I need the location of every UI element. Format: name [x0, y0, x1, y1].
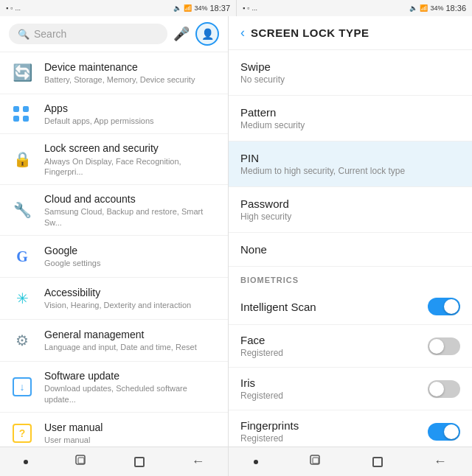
manual-text: User manual User manual	[44, 421, 219, 445]
svg-rect-0	[76, 455, 85, 464]
settings-item-cloud[interactable]: 🔧 Cloud and accounts Samsung Cloud, Back…	[0, 185, 228, 236]
left-time: 18:37	[209, 4, 230, 13]
iris-toggle[interactable]	[428, 380, 460, 398]
right-sim-icon: ▪	[243, 4, 245, 12]
lock-item-pattern[interactable]: Pattern Medium security	[229, 96, 472, 141]
intelligent-scan-knob	[444, 299, 459, 314]
settings-item-lock-screen[interactable]: 🔒 Lock screen and security Always On Dis…	[0, 134, 228, 185]
fingerprints-text: Fingerprints Registered	[240, 419, 428, 444]
mic-icon[interactable]: 🎤	[173, 26, 190, 42]
settings-item-google[interactable]: G Google Google settings	[0, 236, 228, 278]
right-nav-dot	[254, 460, 258, 464]
software-text: Software update Download updates, Schedu…	[44, 369, 219, 405]
apps-text: Apps Default apps, App permissions	[44, 102, 219, 126]
intelligent-scan-text: Intelligent Scan	[240, 301, 428, 313]
lock-list: Swipe No security Pattern Medium securit…	[229, 50, 472, 447]
right-nav-recent[interactable]	[309, 454, 322, 469]
left-nav-dot	[24, 460, 28, 464]
apps-subtitle: Default apps, App permissions	[44, 116, 219, 126]
right-wifi-icon: ▫	[247, 4, 249, 12]
general-text: General management Language and input, D…	[44, 328, 219, 352]
device-maintenance-subtitle: Battery, Storage, Memory, Device securit…	[44, 74, 219, 85]
avatar-person-icon: 👤	[201, 28, 214, 40]
lock-item-swipe[interactable]: Swipe No security	[229, 50, 472, 96]
search-container[interactable]: 🔍 Search	[9, 24, 167, 44]
apps-title: Apps	[44, 102, 219, 115]
google-icon: G	[9, 243, 35, 270]
more-icon: ...	[15, 4, 21, 12]
left-nav-back[interactable]: ←	[191, 454, 204, 469]
left-nav-home[interactable]	[134, 457, 145, 467]
face-toggle[interactable]	[428, 337, 460, 355]
settings-item-apps[interactable]: Apps Default apps, App permissions	[0, 94, 228, 134]
right-panel: ‹ SCREEN LOCK TYPE Swipe No security Pat…	[229, 16, 472, 476]
device-maintenance-text: Device maintenance Battery, Storage, Mem…	[44, 60, 219, 85]
accessibility-title: Accessibility	[44, 286, 219, 299]
biometric-item-intelligent-scan[interactable]: Intelligent Scan	[229, 289, 472, 325]
biometric-item-fingerprints[interactable]: Fingerprints Registered	[229, 410, 472, 447]
face-knob	[429, 339, 444, 354]
volume-icon: 🔈	[173, 4, 181, 12]
lock-screen-icon: 🔒	[9, 146, 35, 172]
lock-item-none-title: None	[240, 243, 460, 256]
svg-rect-2	[310, 455, 319, 464]
right-time: 18:36	[445, 4, 466, 13]
lock-screen-subtitle: Always On Display, Face Recognition, Fin…	[44, 156, 219, 178]
lock-item-password[interactable]: Password High security	[229, 187, 472, 233]
right-status-right: 🔈 📶 34% 18:36	[409, 4, 466, 13]
face-subtitle: Registered	[240, 348, 428, 358]
right-status-icons: ▪ ▫ ...	[243, 4, 257, 12]
settings-item-general[interactable]: ⚙ General management Language and input,…	[0, 320, 228, 362]
lock-item-pin[interactable]: PIN Medium to high security, Current loc…	[229, 141, 472, 187]
avatar-icon[interactable]: 👤	[195, 22, 219, 46]
biometrics-section-label: BIOMETRICS	[229, 267, 472, 289]
manual-icon: ?	[9, 420, 35, 447]
left-status-icons: ▪ ▫ ...	[6, 4, 21, 12]
cloud-icon: 🔧	[9, 197, 35, 223]
fingerprints-title: Fingerprints	[240, 419, 428, 432]
face-text: Face Registered	[240, 334, 428, 358]
lock-item-pattern-title: Pattern	[240, 106, 460, 119]
left-nav-recent[interactable]	[74, 454, 88, 469]
signal-icon: 📶	[184, 4, 192, 12]
manual-title: User manual	[44, 421, 219, 434]
biometric-item-iris[interactable]: Iris Registered	[229, 368, 472, 410]
right-nav-bar: ←	[229, 447, 472, 476]
battery-text-left: 34%	[194, 4, 207, 12]
lock-item-password-title: Password	[240, 197, 460, 210]
left-status-bar: ▪ ▫ ... 🔈 📶 34% 18:37	[0, 0, 236, 16]
lock-item-none[interactable]: None	[229, 233, 472, 267]
left-status-right: 🔈 📶 34% 18:37	[173, 4, 230, 13]
settings-item-software[interactable]: ↓ Software update Download updates, Sche…	[0, 362, 228, 413]
lock-item-password-subtitle: High security	[240, 211, 460, 222]
google-text: Google Google settings	[44, 244, 219, 268]
intelligent-scan-toggle[interactable]	[428, 298, 460, 315]
iris-text: Iris Registered	[240, 377, 428, 401]
cloud-title: Cloud and accounts	[44, 192, 219, 206]
search-bar: 🔍 Search 🎤 👤	[0, 16, 228, 52]
right-signal-icon: 📶	[420, 4, 428, 12]
biometric-item-face[interactable]: Face Registered	[229, 325, 472, 368]
cloud-subtitle: Samsung Cloud, Backup and restore, Smart…	[44, 206, 219, 228]
settings-item-accessibility[interactable]: ✳ Accessibility Vision, Hearing, Dexteri…	[0, 278, 228, 320]
wifi-icon: ▫	[10, 4, 13, 12]
right-more-icon: ...	[251, 4, 257, 12]
lock-screen-title: Lock screen and security	[44, 141, 219, 155]
right-nav-back[interactable]: ←	[434, 454, 447, 469]
iris-title: Iris	[240, 377, 428, 389]
settings-item-manual[interactable]: ? User manual User manual	[0, 413, 228, 447]
panel-back-arrow[interactable]: ‹	[240, 25, 245, 41]
right-nav-home[interactable]	[372, 457, 383, 467]
fingerprints-toggle[interactable]	[428, 423, 460, 441]
settings-item-device-maintenance[interactable]: 🔄 Device maintenance Battery, Storage, M…	[0, 52, 228, 94]
software-title: Software update	[44, 369, 219, 382]
iris-knob	[429, 382, 444, 396]
svg-rect-1	[78, 458, 84, 463]
software-icon: ↓	[9, 374, 35, 400]
device-maintenance-icon: 🔄	[9, 60, 35, 86]
settings-list: 🔄 Device maintenance Battery, Storage, M…	[0, 52, 228, 447]
apps-icon	[13, 105, 31, 123]
lock-item-pin-title: PIN	[240, 152, 460, 164]
sim-icon: ▪	[6, 4, 8, 12]
google-subtitle: Google settings	[44, 258, 219, 268]
